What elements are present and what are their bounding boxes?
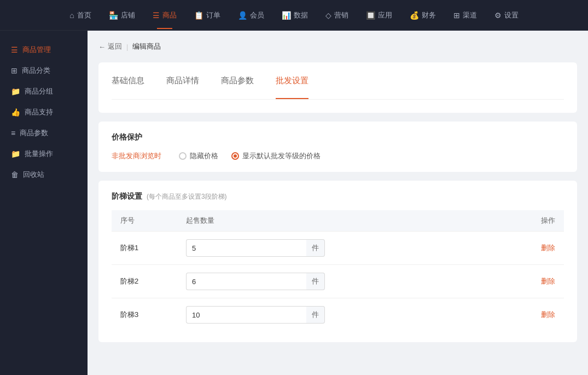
- product-mgmt-icon: ☰: [11, 45, 18, 54]
- radio-hide-price[interactable]: 隐藏价格: [179, 151, 218, 161]
- nav-marketing[interactable]: ◇ 营销: [318, 6, 356, 25]
- products-icon: ☰: [153, 11, 160, 20]
- nav-channels[interactable]: ⊞ 渠道: [446, 6, 485, 25]
- unit-label-2: 件: [306, 273, 325, 290]
- top-nav: ⌂ 首页 🏪 店铺 ☰ 商品 📋 订单 👤 会员 📊 数据 ◇ 营销 🔲: [0, 0, 588, 31]
- table-body: 阶梯1 件 删除 阶梯2: [112, 232, 564, 332]
- qty-input-wrapper-1: 件: [186, 239, 490, 257]
- header-row: 序号 起售数量 操作: [112, 210, 564, 232]
- product-category-icon: ⊞: [11, 66, 18, 75]
- unit-label-3: 件: [306, 306, 325, 324]
- radio-hide-circle: [179, 152, 187, 160]
- stair-subtitle: (每个商品至多设置3段阶梯): [147, 193, 227, 200]
- recycle-icon: 🗑: [11, 170, 19, 179]
- price-protection-section: 价格保护 非批发商浏览时 隐藏价格 显示默认批发等级的价格: [98, 122, 577, 172]
- finance-icon: 💰: [410, 11, 419, 20]
- col-index-header: 序号: [112, 210, 177, 232]
- qty-input-3[interactable]: [186, 306, 306, 324]
- sidebar: ☰ 商品管理 ⊞ 商品分类 📁 商品分组 👍 商品支持 ≡ 商品参数 📁 批量操…: [0, 31, 88, 375]
- channels-icon: ⊞: [453, 11, 460, 20]
- nav-items: ⌂ 首页 🏪 店铺 ☰ 商品 📋 订单 👤 会员 📊 数据 ◇ 营销 🔲: [62, 6, 526, 25]
- tab-wholesale[interactable]: 批发设置: [276, 76, 308, 90]
- sidebar-item-product-mgmt[interactable]: ☰ 商品管理: [0, 39, 88, 60]
- stair-table: 序号 起售数量 操作 阶梯1 件: [112, 210, 564, 331]
- back-arrow-icon: ←: [98, 43, 106, 51]
- sidebar-item-product-params[interactable]: ≡ 商品参数: [0, 123, 88, 143]
- product-params-icon: ≡: [11, 129, 15, 137]
- nav-apps[interactable]: 🔲 应用: [358, 6, 400, 25]
- data-icon: 📊: [282, 11, 291, 20]
- stair-settings-section: 阶梯设置 (每个商品至多设置3段阶梯) 序号 起售数量 操作 阶梯1: [98, 181, 577, 342]
- main-content: ← 返回 | 编辑商品 基础信息 商品详情 商品参数 批发设置: [88, 31, 588, 375]
- qty-input-wrapper-2: 件: [186, 273, 490, 290]
- tabs-container: 基础信息 商品详情 商品参数 批发设置: [112, 76, 564, 100]
- unit-label-1: 件: [306, 239, 325, 257]
- price-options: 非批发商浏览时 隐藏价格 显示默认批发等级的价格: [112, 151, 564, 161]
- product-support-icon: 👍: [11, 108, 20, 117]
- nav-members[interactable]: 👤 会员: [230, 6, 272, 25]
- sidebar-item-product-support[interactable]: 👍 商品支持: [0, 102, 88, 123]
- main-layout: ☰ 商品管理 ⊞ 商品分类 📁 商品分组 👍 商品支持 ≡ 商品参数 📁 批量操…: [0, 31, 588, 375]
- apps-icon: 🔲: [366, 11, 375, 20]
- radio-show-circle: [231, 152, 239, 160]
- stair-action-1: 删除: [498, 232, 564, 265]
- marketing-icon: ◇: [325, 11, 331, 20]
- qty-input-2[interactable]: [186, 273, 306, 290]
- nav-home[interactable]: ⌂ 首页: [62, 6, 98, 25]
- stair-title: 阶梯设置 (每个商品至多设置3段阶梯): [112, 192, 564, 201]
- product-group-icon: 📁: [11, 87, 20, 96]
- nav-settings[interactable]: ⚙ 设置: [487, 6, 526, 25]
- price-protection-title: 价格保护: [112, 132, 564, 142]
- table-header: 序号 起售数量 操作: [112, 210, 564, 232]
- tab-params[interactable]: 商品参数: [221, 76, 254, 90]
- sidebar-item-product-category[interactable]: ⊞ 商品分类: [0, 60, 88, 81]
- nav-finance[interactable]: 💰 财务: [402, 6, 444, 25]
- radio-show-price[interactable]: 显示默认批发等级的价格: [231, 151, 321, 161]
- delete-button-3[interactable]: 删除: [541, 310, 555, 320]
- qty-input-1[interactable]: [186, 239, 306, 257]
- members-icon: 👤: [238, 11, 247, 20]
- sidebar-item-bulk-ops[interactable]: 📁 批量操作: [0, 143, 88, 164]
- orders-icon: 📋: [194, 11, 203, 20]
- stair-action-2: 删除: [498, 265, 564, 298]
- stair-qty-cell-3: 件: [177, 298, 498, 332]
- tab-basic[interactable]: 基础信息: [112, 76, 144, 90]
- sidebar-item-product-group[interactable]: 📁 商品分组: [0, 81, 88, 102]
- breadcrumb-current: 编辑商品: [132, 42, 161, 51]
- breadcrumb: ← 返回 | 编辑商品: [98, 42, 577, 51]
- col-action-header: 操作: [498, 210, 564, 232]
- stair-index-3: 阶梯3: [112, 298, 177, 332]
- stair-qty-cell-2: 件: [177, 265, 498, 298]
- tab-detail[interactable]: 商品详情: [166, 76, 199, 90]
- nav-orders[interactable]: 📋 订单: [187, 6, 228, 25]
- stair-qty-cell-1: 件: [177, 232, 498, 265]
- col-qty-header: 起售数量: [177, 210, 498, 232]
- qty-input-wrapper-3: 件: [186, 306, 490, 324]
- store-icon: 🏪: [109, 11, 118, 20]
- table-row: 阶梯2 件 删除: [112, 265, 564, 298]
- nav-store[interactable]: 🏪 店铺: [101, 6, 143, 25]
- stair-action-3: 删除: [498, 298, 564, 332]
- bulk-ops-icon: 📁: [11, 149, 20, 158]
- table-row: 阶梯1 件 删除: [112, 232, 564, 265]
- breadcrumb-separator: |: [126, 43, 128, 51]
- settings-icon: ⚙: [494, 11, 502, 20]
- browsing-label: 非批发商浏览时: [112, 151, 161, 161]
- home-icon: ⌂: [69, 11, 74, 20]
- back-button[interactable]: ← 返回: [98, 42, 122, 51]
- delete-button-2[interactable]: 删除: [541, 276, 555, 286]
- nav-data[interactable]: 📊 数据: [274, 6, 316, 25]
- nav-products[interactable]: ☰ 商品: [145, 6, 184, 25]
- table-row: 阶梯3 件 删除: [112, 298, 564, 332]
- stair-index-1: 阶梯1: [112, 232, 177, 265]
- tabs-card: 基础信息 商品详情 商品参数 批发设置: [98, 62, 577, 113]
- sidebar-item-recycle[interactable]: 🗑 回收站: [0, 164, 88, 185]
- delete-button-1[interactable]: 删除: [541, 243, 555, 253]
- stair-index-2: 阶梯2: [112, 265, 177, 298]
